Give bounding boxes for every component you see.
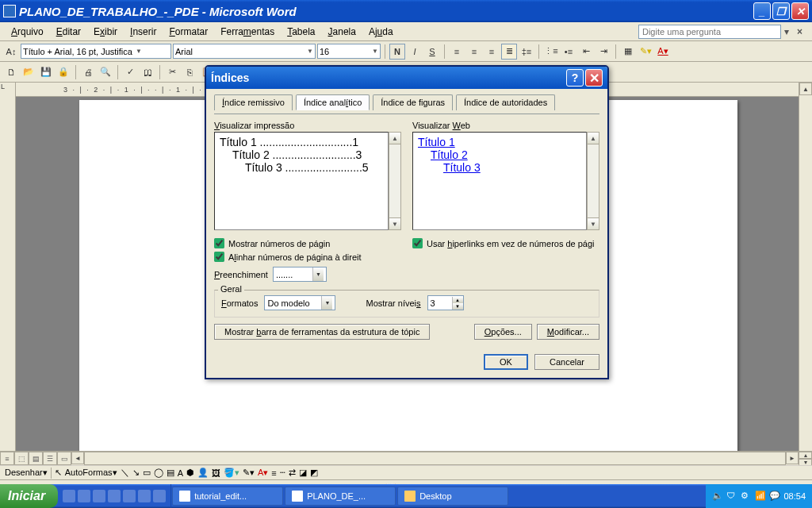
dialog-help-button[interactable]: ? — [566, 69, 584, 87]
diagram-icon[interactable]: ⬢ — [186, 468, 194, 478]
line-spacing-icon[interactable]: ‡≡ — [519, 44, 534, 60]
help-search-input[interactable] — [638, 25, 781, 39]
help-search-drop[interactable]: ▾ — [781, 26, 792, 37]
font-color2-icon[interactable]: A▾ — [258, 468, 268, 478]
doc-close-button[interactable]: × — [792, 26, 807, 37]
task-plano[interactable]: PLANO_DE_... — [285, 487, 396, 506]
research-icon[interactable]: 🕮 — [140, 64, 155, 80]
style-combo[interactable]: Título + Arial, 16 pt, Justifica▼ — [21, 44, 171, 59]
start-button[interactable]: Iniciar — [0, 484, 58, 508]
line-color-icon[interactable]: ✎▾ — [243, 468, 255, 478]
tab-figuras[interactable]: Índice de figuras — [373, 94, 453, 110]
outline-view-icon[interactable]: ☰ — [43, 452, 57, 465]
oval-icon[interactable]: ◯ — [154, 468, 163, 478]
ql-icon[interactable] — [123, 490, 136, 502]
modify-button[interactable]: Modificar... — [537, 324, 599, 340]
align-center-icon[interactable]: ≡ — [466, 44, 482, 60]
copy-icon[interactable]: ⎘ — [182, 64, 197, 80]
prev-page-icon[interactable]: ▴ — [799, 452, 812, 459]
preview-scrollbar[interactable]: ▲ ▼ — [389, 132, 401, 230]
tray-icon[interactable]: ⚙ — [741, 491, 752, 502]
tab-remissivo[interactable]: Índice remissivo — [214, 94, 293, 110]
select-icon[interactable]: ↖ — [55, 468, 62, 478]
line-icon[interactable]: ＼ — [121, 467, 129, 479]
underline-button[interactable]: S — [424, 44, 440, 60]
check-align-right[interactable]: Alinhar números de página à direit — [214, 252, 401, 262]
cancel-button[interactable]: Cancelar — [534, 354, 599, 370]
reading-view-icon[interactable]: ▭ — [57, 452, 71, 465]
arrow-icon[interactable]: ↘ — [132, 468, 140, 478]
vertical-scrollbar[interactable]: ▲ — [799, 83, 812, 451]
scroll-up-icon[interactable]: ▲ — [389, 132, 401, 144]
menu-ferramentas[interactable]: Ferramentas — [214, 25, 281, 39]
wordart-icon[interactable]: A — [178, 468, 183, 478]
menu-arquivo[interactable]: Arquivo — [5, 25, 50, 39]
tab-analitico[interactable]: Índice analítico — [296, 94, 370, 110]
ql-icon[interactable] — [78, 490, 90, 502]
tray-icon[interactable]: 📶 — [755, 491, 766, 502]
scroll-up-icon[interactable]: ▲ — [799, 83, 812, 95]
bold-button[interactable]: N — [389, 44, 405, 60]
shadow-icon[interactable]: ◪ — [299, 468, 307, 478]
ql-icon[interactable] — [138, 490, 151, 502]
scroll-down-icon[interactable]: ▼ — [587, 217, 599, 230]
menu-ajuda[interactable]: Ajuda — [362, 25, 400, 39]
3d-icon[interactable]: ◩ — [310, 468, 318, 478]
size-combo[interactable]: 16▼ — [317, 44, 381, 59]
preview-scrollbar[interactable]: ▲ ▼ — [587, 132, 599, 230]
tray-icon[interactable]: 🛡 — [726, 491, 737, 502]
align-right-icon[interactable]: ≡ — [484, 44, 500, 60]
options-button[interactable]: Opções... — [474, 324, 532, 340]
maximize-button[interactable]: ❐ — [772, 2, 790, 20]
align-left-icon[interactable]: ≡ — [449, 44, 465, 60]
cut-icon[interactable]: ✂ — [164, 64, 180, 80]
menu-exibir[interactable]: Exibir — [87, 25, 124, 39]
fill-combo[interactable]: .......▼ — [273, 267, 327, 282]
textbox-icon[interactable]: ▤ — [167, 468, 174, 478]
spin-down-icon[interactable]: ▼ — [452, 303, 463, 310]
spell-icon[interactable]: ✓ — [122, 64, 138, 80]
close-button[interactable]: ✕ — [791, 2, 809, 20]
scroll-down-icon[interactable]: ▼ — [389, 217, 401, 230]
menu-tabela[interactable]: Tabela — [281, 25, 321, 39]
rect-icon[interactable]: ▭ — [143, 468, 151, 478]
preview-icon[interactable]: 🔍 — [98, 64, 113, 80]
line-weight-icon[interactable]: ≡ — [271, 468, 276, 478]
dialog-titlebar[interactable]: Índices ? ✕ — [206, 67, 607, 89]
tray-clock[interactable]: 08:54 — [783, 491, 806, 501]
print-view-icon[interactable]: ▤ — [29, 452, 43, 465]
check-hyperlinks[interactable]: Usar hiperlinks em vez de números de pág… — [412, 238, 599, 248]
dialog-close-button[interactable]: ✕ — [585, 69, 603, 87]
outline-toolbar-button[interactable]: Mostrar barra de ferramentas da estrutur… — [214, 324, 430, 340]
ql-icon[interactable] — [153, 490, 166, 502]
highlight-icon[interactable]: ✎▾ — [638, 44, 653, 60]
menu-janela[interactable]: Janela — [322, 25, 362, 39]
tray-icon[interactable]: 🔈 — [712, 491, 723, 502]
levels-input[interactable] — [428, 298, 452, 308]
draw-menu[interactable]: Desenhar▾ — [5, 468, 48, 478]
borders-icon[interactable]: ▦ — [620, 44, 636, 60]
ql-icon[interactable] — [63, 490, 75, 502]
print-icon[interactable]: 🖨 — [80, 64, 96, 80]
permission-icon[interactable]: 🔒 — [56, 64, 71, 80]
picture-icon[interactable]: 🖼 — [212, 468, 220, 478]
normal-view-icon[interactable]: ≡ — [0, 452, 14, 465]
clipart-icon[interactable]: 👤 — [197, 468, 209, 478]
arrow-style-icon[interactable]: ⇄ — [289, 468, 296, 478]
tray-icon[interactable]: 💬 — [769, 491, 780, 502]
italic-button[interactable]: I — [407, 44, 423, 60]
check-pagenums[interactable]: Mostrar números de págin — [214, 238, 401, 248]
open-icon[interactable]: 📂 — [21, 64, 36, 80]
horizontal-scrollbar[interactable]: ◄ ► — [71, 452, 799, 465]
tab-autoridades[interactable]: Índice de autoridades — [456, 94, 555, 110]
task-tutorial[interactable]: tutorial_edit... — [172, 487, 283, 506]
bullets-icon[interactable]: •≡ — [561, 44, 576, 60]
menu-editar[interactable]: Editar — [50, 25, 87, 39]
scroll-left-icon[interactable]: ◄ — [71, 452, 84, 464]
ql-icon[interactable] — [93, 490, 105, 502]
font-combo[interactable]: Arial▼ — [173, 44, 316, 59]
save-icon[interactable]: 💾 — [38, 64, 54, 80]
outdent-icon[interactable]: ⇤ — [578, 44, 594, 60]
menu-inserir[interactable]: Inserir — [124, 25, 163, 39]
levels-spinner[interactable]: ▲▼ — [427, 295, 464, 310]
